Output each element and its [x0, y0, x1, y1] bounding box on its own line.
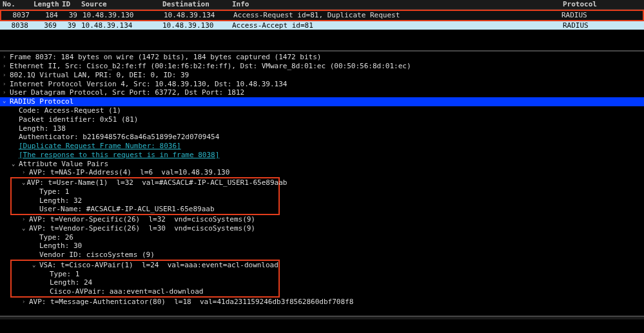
len-text: Length: 32 — [39, 196, 82, 205]
vsa-cisco-avpair[interactable]: ⌄VSA: t=Cisco-AVPair(1) l=24 val=aaa:eve… — [12, 261, 278, 270]
vsa-type[interactable]: ·Type: 1 — [12, 270, 278, 279]
duplicate-frame-link[interactable]: ·[Duplicate Request Frame Number: 8036] — [0, 142, 644, 151]
avp-vendor-specific-1[interactable]: ›AVP: t=Vendor-Specific(26) l=32 vnd=cis… — [0, 215, 644, 224]
radius-length[interactable]: ·Length: 138 — [0, 124, 644, 133]
cell-id: 39 — [59, 21, 79, 30]
eth-text: Ethernet II, Src: Cisco_b2:fe:ff (00:1e:… — [10, 62, 411, 71]
chevron-down-icon[interactable]: ⌄ — [22, 179, 25, 186]
vsa-type-text: Type: 1 — [50, 270, 79, 279]
chevron-right-icon[interactable]: › — [3, 62, 8, 70]
vsa-text: VSA: t=Cisco-AVPair(1) l=24 val=aaa:even… — [39, 261, 278, 270]
vs2len-text: Length: 30 — [39, 242, 82, 251]
highlight-box-username: ⌄AVP: t=User-Name(1) l=32 val=#ACSACL#-I… — [10, 177, 280, 215]
chevron-right-icon[interactable]: › — [3, 71, 8, 79]
radius-protocol-header[interactable]: ⌄RADIUS Protocol — [0, 97, 644, 106]
avp-message-authenticator[interactable]: ›AVP: t=Message-Authenticator(80) l=18 v… — [0, 298, 644, 307]
vlan-summary[interactable]: ›802.1Q Virtual LAN, PRI: 0, DEI: 0, ID:… — [0, 71, 644, 80]
cell-dst: 10.48.39.134 — [161, 11, 231, 20]
col-no-header[interactable]: No. — [0, 0, 31, 9]
cell-info: Access-Accept id=81 — [229, 21, 560, 30]
avp-text: AVP: t=User-Name(1) l=32 val=#ACSACL#-IP… — [26, 178, 287, 187]
chevron-down-icon[interactable]: ⌄ — [3, 97, 8, 104]
avp-username[interactable]: ⌄AVP: t=User-Name(1) l=32 val=#ACSACL#-I… — [12, 178, 278, 187]
col-id-header[interactable]: ID — [59, 0, 79, 9]
packet-details: ›Frame 8037: 184 bytes on wire (1472 bit… — [0, 52, 644, 307]
ethernet-summary[interactable]: ›Ethernet II, Src: Cisco_b2:fe:ff (00:1e… — [0, 62, 644, 71]
col-proto-header[interactable]: Protocol — [560, 0, 644, 9]
ip-text: Internet Protocol Version 4, Src: 10.48.… — [10, 80, 287, 89]
udp-summary[interactable]: ›User Datagram Protocol, Src Port: 63772… — [0, 88, 644, 97]
vsa-pair-text: Cisco-AVPair: aaa:event=acl-download — [50, 287, 203, 296]
avp-username-len[interactable]: ·Length: 32 — [12, 196, 278, 205]
avp-username-type[interactable]: ·Type: 1 — [12, 187, 278, 196]
chevron-right-icon[interactable]: › — [22, 298, 28, 305]
vs2type-text: Type: 26 — [39, 233, 73, 242]
vsa-value[interactable]: ·Cisco-AVPair: aaa:event=acl-download — [12, 287, 278, 296]
chevron-right-icon[interactable]: › — [3, 53, 8, 61]
packet-list-header: No. Length ID Source Destination Info Pr… — [0, 0, 644, 10]
col-len-header[interactable]: Length — [31, 0, 59, 9]
auth-text: Authenticator: b216948576c8a46a51899e72d… — [19, 133, 219, 142]
frame-text: Frame 8037: 184 bytes on wire (1472 bits… — [10, 53, 321, 62]
chevron-right-icon[interactable]: › — [3, 89, 8, 96]
radius-pktid[interactable]: ·Packet identifier: 0x51 (81) — [0, 115, 644, 124]
packet-list: No. Length ID Source Destination Info Pr… — [0, 0, 644, 52]
col-dst-header[interactable]: Destination — [160, 0, 229, 9]
length-text: Length: 138 — [19, 124, 66, 133]
cell-no: 8037 — [1, 11, 32, 20]
cell-len: 369 — [31, 21, 59, 30]
vsa-len-text: Length: 24 — [50, 278, 92, 287]
cell-proto: RADIUS — [560, 21, 644, 30]
cell-src: 10.48.39.130 — [80, 11, 161, 20]
avp-nas-ip[interactable]: ›AVP: t=NAS-IP-Address(4) l=6 val=10.48.… — [0, 168, 644, 177]
vsa-length[interactable]: ·Length: 24 — [12, 278, 278, 287]
avps-text: Attribute Value Pairs — [19, 160, 108, 169]
avps-header[interactable]: ⌄Attribute Value Pairs — [0, 160, 644, 169]
chevron-down-icon[interactable]: ⌄ — [22, 225, 28, 232]
type-text: Type: 1 — [39, 187, 69, 196]
code-text: Code: Access-Request (1) — [19, 106, 121, 115]
vs2-length[interactable]: ·Length: 30 — [0, 242, 644, 251]
highlight-box-vsa: ⌄VSA: t=Cisco-AVPair(1) l=24 val=aaa:eve… — [10, 260, 280, 298]
chevron-right-icon[interactable]: › — [22, 216, 28, 223]
msgauth-text: AVP: t=Message-Authenticator(80) l=18 va… — [29, 298, 353, 307]
chevron-down-icon[interactable]: ⌄ — [12, 160, 17, 167]
pane-splitter[interactable] — [0, 316, 644, 319]
vs2vendor-text: Vendor ID: ciscoSystems (9) — [39, 251, 155, 260]
avp-nas-text: AVP: t=NAS-IP-Address(4) l=6 val=10.48.3… — [29, 168, 229, 177]
frame-summary[interactable]: ›Frame 8037: 184 bytes on wire (1472 bit… — [0, 53, 644, 62]
cell-len: 184 — [32, 11, 61, 20]
cell-src: 10.48.39.134 — [79, 21, 160, 30]
col-src-header[interactable]: Source — [79, 0, 160, 9]
packet-list-blank — [0, 30, 644, 50]
vlan-text: 802.1Q Virtual LAN, PRI: 0, DEI: 0, ID: … — [10, 71, 189, 80]
uname-text: User-Name: #ACSACL#-IP-ACL_USER1-65e89aa… — [39, 205, 215, 214]
chevron-down-icon[interactable]: ⌄ — [32, 262, 38, 269]
cell-dst: 10.48.39.130 — [160, 21, 229, 30]
ip-summary[interactable]: ›Internet Protocol Version 4, Src: 10.48… — [0, 80, 644, 89]
dupframe-text[interactable]: [Duplicate Request Frame Number: 8036] — [19, 142, 181, 151]
packet-row-selected[interactable]: 8037 184 39 10.48.39.130 10.48.39.134 Ac… — [0, 10, 644, 21]
avp-username-value[interactable]: ·User-Name: #ACSACL#-IP-ACL_USER1-65e89a… — [12, 205, 278, 214]
cell-no: 8038 — [0, 21, 31, 30]
radius-code[interactable]: ·Code: Access-Request (1) — [0, 106, 644, 115]
pktid-text: Packet identifier: 0x51 (81) — [19, 115, 138, 124]
radius-authenticator[interactable]: ·Authenticator: b216948576c8a46a51899e72… — [0, 133, 644, 142]
respin-text[interactable]: [The response to this request is in fram… — [19, 151, 219, 160]
vs2-type[interactable]: ·Type: 26 — [0, 233, 644, 242]
avp-vs1-text: AVP: t=Vendor-Specific(26) l=32 vnd=cisc… — [29, 215, 255, 224]
chevron-right-icon[interactable]: › — [3, 81, 8, 88]
avp-vs2-text: AVP: t=Vendor-Specific(26) l=30 vnd=cisc… — [29, 224, 255, 233]
cell-info: Access-Request id=81, Duplicate Request — [231, 11, 559, 20]
cell-proto: RADIUS — [559, 11, 643, 20]
cell-id: 39 — [61, 11, 80, 20]
packet-row[interactable]: 8038 369 39 10.48.39.134 10.48.39.130 Ac… — [0, 21, 644, 30]
response-frame-link[interactable]: ·[The response to this request is in fra… — [0, 151, 644, 160]
udp-text: User Datagram Protocol, Src Port: 63772,… — [10, 88, 244, 97]
col-info-header[interactable]: Info — [229, 0, 560, 9]
vs2-vendorid[interactable]: ·Vendor ID: ciscoSystems (9) — [0, 251, 644, 260]
chevron-right-icon[interactable]: › — [22, 169, 28, 176]
avp-vendor-specific-2[interactable]: ⌄AVP: t=Vendor-Specific(26) l=30 vnd=cis… — [0, 224, 644, 233]
radius-hdr-text: RADIUS Protocol — [10, 97, 73, 106]
